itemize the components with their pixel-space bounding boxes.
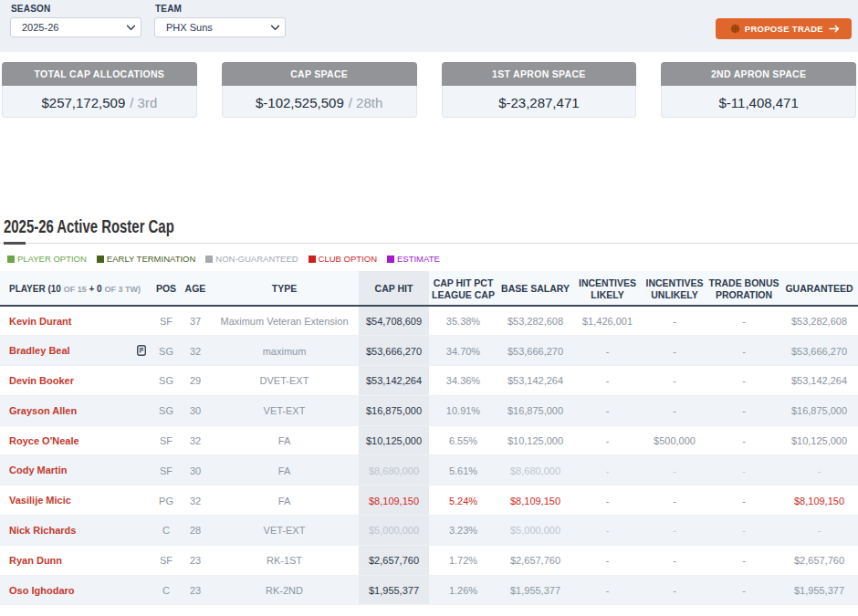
column-header-cap-hit[interactable]: CAP HIT bbox=[359, 271, 429, 306]
card-cap-space: CAP SPACE $-102,525,509 / 28th bbox=[222, 62, 417, 118]
player-name-link[interactable]: Grayson Allen bbox=[9, 405, 77, 416]
column-header-age[interactable]: AGE bbox=[181, 271, 210, 306]
propose-trade-button[interactable]: PROPOSE TRADE bbox=[716, 18, 852, 39]
cell-pct: 34.70% bbox=[429, 336, 497, 366]
season-label: SEASON bbox=[11, 4, 141, 14]
table-row: Royce O'NealeSF32FA$10,125,0006.55%$10,1… bbox=[0, 425, 858, 455]
card-1st-apron-space: 1ST APRON SPACE $-23,287,471 bbox=[442, 62, 637, 118]
cell-base: $10,125,000 bbox=[497, 425, 573, 455]
card-title: TOTAL CAP ALLOCATIONS bbox=[2, 62, 197, 86]
player-cell: Oso Ighodaro bbox=[0, 575, 152, 605]
cell-trade-bonus: - bbox=[707, 516, 780, 546]
table-row: Kevin DurantSF37Maximum Veteran Extensio… bbox=[0, 306, 858, 336]
cell-cap-hit: $5,000,000 bbox=[359, 516, 429, 546]
season-select[interactable]: 2025-26 bbox=[10, 17, 141, 37]
title-underline bbox=[0, 243, 858, 245]
cell-pct: 5.61% bbox=[429, 455, 497, 485]
cell-cap-hit: $53,142,264 bbox=[359, 366, 429, 396]
column-header-type[interactable]: TYPE bbox=[210, 271, 359, 306]
cell-guaranteed: $53,282,608 bbox=[780, 306, 858, 336]
legend-label: NON-GUARANTEED bbox=[215, 254, 298, 264]
column-header-base[interactable]: BASE SALARY bbox=[497, 271, 573, 306]
contract-note-button[interactable] bbox=[137, 345, 146, 356]
cell-inc-likely: - bbox=[573, 425, 642, 455]
propose-trade-label: PROPOSE TRADE bbox=[745, 24, 823, 34]
cell-base: $53,142,264 bbox=[497, 366, 573, 396]
cell-age: 28 bbox=[181, 516, 210, 546]
player-cell: Bradley Beal bbox=[0, 336, 152, 366]
player-name-link[interactable]: Royce O'Neale bbox=[9, 435, 79, 446]
player-name-link[interactable]: Vasilije Micic bbox=[9, 495, 71, 506]
cell-trade-bonus: - bbox=[707, 545, 780, 575]
column-header-trade-bonus[interactable]: TRADE BONUSPRORATION bbox=[707, 271, 780, 306]
cell-pct: 1.26% bbox=[429, 575, 497, 605]
cell-pos: SG bbox=[152, 395, 181, 425]
player-name-link[interactable]: Ryan Dunn bbox=[9, 555, 62, 566]
cell-pct: 35.38% bbox=[429, 306, 497, 336]
card-rank: / 3rd bbox=[130, 95, 157, 110]
cell-pct: 1.72% bbox=[429, 545, 497, 575]
legend-swatch-icon bbox=[7, 256, 15, 263]
cell-inc-likely: - bbox=[573, 545, 642, 575]
cell-guaranteed: $53,666,270 bbox=[780, 336, 858, 366]
player-cell: Vasilije Micic bbox=[0, 485, 152, 516]
cell-trade-bonus: - bbox=[707, 485, 780, 516]
cell-inc-unlikely: - bbox=[642, 545, 707, 575]
cell-base: $8,109,150 bbox=[497, 485, 573, 516]
player-cell: Grayson Allen bbox=[0, 395, 152, 425]
cell-pct: 34.36% bbox=[429, 366, 497, 396]
cell-pos: SG bbox=[152, 366, 181, 396]
card-title: 1ST APRON SPACE bbox=[442, 62, 637, 86]
contract-note-icon bbox=[137, 345, 146, 356]
cell-pos: PG bbox=[152, 485, 181, 516]
column-header-inc-likely[interactable]: INCENTIVESLIKELY bbox=[573, 271, 642, 306]
cell-type: FA bbox=[210, 425, 359, 455]
cell-inc-unlikely: - bbox=[642, 366, 707, 396]
cell-inc-likely: $1,426,001 bbox=[573, 306, 642, 336]
legend-swatch-icon bbox=[97, 256, 104, 263]
column-header-inc-unlikely[interactable]: INCENTIVESUNLIKELY bbox=[642, 271, 707, 306]
cell-guaranteed: - bbox=[780, 516, 858, 546]
column-header-pct[interactable]: CAP HIT PCTLEAGUE CAP bbox=[429, 271, 497, 306]
cell-base: $2,657,760 bbox=[497, 545, 573, 575]
cell-guaranteed: $10,125,000 bbox=[780, 425, 858, 455]
legend-label: EARLY TERMINATION bbox=[107, 254, 195, 264]
cell-guaranteed: $8,109,150 bbox=[780, 485, 858, 516]
player-name-link[interactable]: Kevin Durant bbox=[9, 316, 71, 327]
cell-inc-unlikely: $500,000 bbox=[642, 425, 707, 455]
cell-pct: 5.24% bbox=[429, 485, 497, 516]
cell-inc-likely: - bbox=[573, 395, 642, 425]
cell-base: $5,000,000 bbox=[497, 516, 573, 546]
table-header-row: PLAYER (10 OF 15 + 0 OF 3 TW) POSAGETYPE… bbox=[0, 271, 858, 306]
cell-age: 32 bbox=[181, 336, 210, 366]
cell-pos: SF bbox=[152, 455, 181, 485]
player-name-link[interactable]: Cody Martin bbox=[9, 465, 68, 475]
player-name-link[interactable]: Nick Richards bbox=[9, 525, 76, 536]
cell-pct: 10.91% bbox=[429, 395, 497, 425]
team-select-value: PHX Suns bbox=[166, 22, 213, 33]
legend-label: PLAYER OPTION bbox=[17, 254, 87, 264]
column-header-guaranteed[interactable]: GUARANTEED bbox=[780, 271, 858, 306]
arrow-right-icon bbox=[829, 25, 840, 33]
column-header-pos[interactable]: POS bbox=[152, 271, 181, 306]
column-header-player[interactable]: PLAYER (10 OF 15 + 0 OF 3 TW) bbox=[0, 271, 152, 306]
cell-type: maximum bbox=[210, 336, 359, 366]
cell-inc-likely: - bbox=[573, 575, 642, 605]
table-row: Oso IghodaroC23RK-2ND$1,955,3771.26%$1,9… bbox=[0, 575, 858, 605]
team-select[interactable]: PHX Suns bbox=[154, 17, 286, 37]
cell-inc-unlikely: - bbox=[642, 336, 707, 366]
cell-guaranteed: $2,657,760 bbox=[780, 545, 858, 575]
cell-inc-likely: - bbox=[573, 485, 642, 516]
cell-trade-bonus: - bbox=[707, 395, 780, 425]
player-name-link[interactable]: Oso Ighodaro bbox=[9, 585, 75, 596]
player-cell: Devin Booker bbox=[0, 366, 152, 396]
cell-trade-bonus: - bbox=[707, 336, 780, 366]
legend-item-club-option: CLUB OPTION bbox=[309, 254, 377, 264]
cell-age: 29 bbox=[181, 366, 210, 396]
cell-age: 37 bbox=[181, 306, 210, 336]
player-name-link[interactable]: Devin Booker bbox=[9, 375, 74, 386]
cell-base: $53,282,608 bbox=[497, 306, 573, 336]
cell-cap-hit: $2,657,760 bbox=[359, 545, 429, 575]
player-name-link[interactable]: Bradley Beal bbox=[9, 345, 70, 356]
cell-inc-likely: - bbox=[573, 366, 642, 396]
